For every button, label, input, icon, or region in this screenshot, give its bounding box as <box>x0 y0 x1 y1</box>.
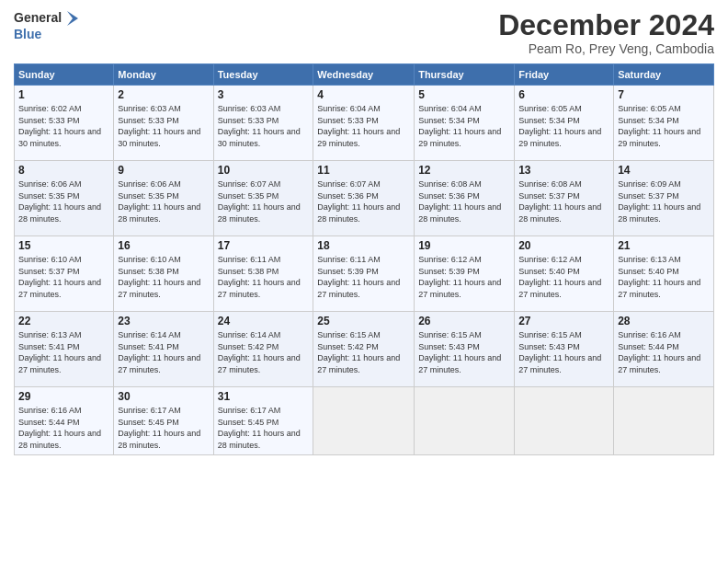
table-row: 2 Sunrise: 6:03 AMSunset: 5:33 PMDayligh… <box>114 86 213 161</box>
logo-arrow-icon <box>63 9 82 28</box>
day-info: Sunrise: 6:03 AMSunset: 5:33 PMDaylight:… <box>118 104 200 148</box>
day-number: 2 <box>118 88 209 101</box>
day-info: Sunrise: 6:15 AMSunset: 5:43 PMDaylight:… <box>518 330 601 374</box>
table-row: 7 Sunrise: 6:05 AMSunset: 5:34 PMDayligh… <box>614 86 714 161</box>
table-row: 10 Sunrise: 6:07 AMSunset: 5:35 PMDaylig… <box>213 161 313 236</box>
day-info: Sunrise: 6:10 AMSunset: 5:38 PMDaylight:… <box>118 255 200 299</box>
table-row: 30 Sunrise: 6:17 AMSunset: 5:45 PMDaylig… <box>114 387 213 454</box>
table-row: 1 Sunrise: 6:02 AMSunset: 5:33 PMDayligh… <box>15 86 114 161</box>
day-number: 26 <box>418 315 510 327</box>
table-row: 14 Sunrise: 6:09 AMSunset: 5:37 PMDaylig… <box>614 161 714 236</box>
day-info: Sunrise: 6:02 AMSunset: 5:33 PMDaylight:… <box>18 104 101 148</box>
day-info: Sunrise: 6:12 AMSunset: 5:40 PMDaylight:… <box>518 255 601 299</box>
day-info: Sunrise: 6:11 AMSunset: 5:38 PMDaylight:… <box>218 255 301 299</box>
day-info: Sunrise: 6:13 AMSunset: 5:40 PMDaylight:… <box>618 255 700 299</box>
day-number: 24 <box>218 315 310 327</box>
day-info: Sunrise: 6:14 AMSunset: 5:41 PMDaylight:… <box>118 330 200 374</box>
table-row: 3 Sunrise: 6:03 AMSunset: 5:33 PMDayligh… <box>213 86 313 161</box>
table-row: 19 Sunrise: 6:12 AMSunset: 5:39 PMDaylig… <box>415 236 515 312</box>
table-row: 13 Sunrise: 6:08 AMSunset: 5:37 PMDaylig… <box>515 161 614 236</box>
day-info: Sunrise: 6:10 AMSunset: 5:37 PMDaylight:… <box>18 255 101 299</box>
day-info: Sunrise: 6:06 AMSunset: 5:35 PMDaylight:… <box>118 179 200 224</box>
day-info: Sunrise: 6:11 AMSunset: 5:39 PMDaylight:… <box>317 255 400 299</box>
day-number: 19 <box>418 239 510 252</box>
subtitle: Peam Ro, Prey Veng, Cambodia <box>498 41 714 56</box>
empty-cell <box>415 387 515 454</box>
table-row: 23 Sunrise: 6:14 AMSunset: 5:41 PMDaylig… <box>114 312 213 387</box>
day-number: 17 <box>218 239 310 252</box>
day-number: 10 <box>218 164 310 177</box>
day-info: Sunrise: 6:13 AMSunset: 5:41 PMDaylight:… <box>18 330 101 374</box>
table-row: 27 Sunrise: 6:15 AMSunset: 5:43 PMDaylig… <box>515 312 614 387</box>
empty-cell <box>313 387 415 454</box>
table-row: 26 Sunrise: 6:15 AMSunset: 5:43 PMDaylig… <box>415 312 515 387</box>
day-info: Sunrise: 6:06 AMSunset: 5:35 PMDaylight:… <box>18 179 101 224</box>
day-info: Sunrise: 6:03 AMSunset: 5:33 PMDaylight:… <box>218 104 301 148</box>
day-number: 6 <box>518 88 609 101</box>
day-number: 22 <box>18 315 109 327</box>
table-row: 17 Sunrise: 6:11 AMSunset: 5:38 PMDaylig… <box>213 236 313 312</box>
day-number: 4 <box>317 88 410 101</box>
day-number: 11 <box>317 164 410 177</box>
empty-cell <box>515 387 614 454</box>
day-info: Sunrise: 6:12 AMSunset: 5:39 PMDaylight:… <box>418 255 501 299</box>
header: General Blue December 2024 Peam Ro, Prey… <box>14 9 714 56</box>
calendar-table: Sunday Monday Tuesday Wednesday Thursday… <box>14 63 714 454</box>
table-row: 5 Sunrise: 6:04 AMSunset: 5:34 PMDayligh… <box>415 86 515 161</box>
day-info: Sunrise: 6:04 AMSunset: 5:33 PMDaylight:… <box>317 104 400 148</box>
table-row: 16 Sunrise: 6:10 AMSunset: 5:38 PMDaylig… <box>114 236 213 312</box>
day-info: Sunrise: 6:07 AMSunset: 5:35 PMDaylight:… <box>218 179 301 224</box>
logo: General Blue <box>14 9 82 41</box>
col-saturday: Saturday <box>614 64 714 86</box>
empty-cell <box>614 387 714 454</box>
day-number: 1 <box>18 88 109 101</box>
page: General Blue December 2024 Peam Ro, Prey… <box>0 0 728 563</box>
day-number: 8 <box>18 164 109 177</box>
day-number: 31 <box>218 390 310 403</box>
day-number: 15 <box>18 239 109 252</box>
day-info: Sunrise: 6:14 AMSunset: 5:42 PMDaylight:… <box>218 330 301 374</box>
table-row: 11 Sunrise: 6:07 AMSunset: 5:36 PMDaylig… <box>313 161 415 236</box>
day-info: Sunrise: 6:09 AMSunset: 5:37 PMDaylight:… <box>618 179 700 224</box>
day-number: 25 <box>317 315 410 327</box>
day-info: Sunrise: 6:15 AMSunset: 5:42 PMDaylight:… <box>317 330 400 374</box>
table-row: 18 Sunrise: 6:11 AMSunset: 5:39 PMDaylig… <box>313 236 415 312</box>
title-block: December 2024 Peam Ro, Prey Veng, Cambod… <box>498 9 714 56</box>
day-info: Sunrise: 6:15 AMSunset: 5:43 PMDaylight:… <box>418 330 501 374</box>
table-row: 21 Sunrise: 6:13 AMSunset: 5:40 PMDaylig… <box>614 236 714 312</box>
day-info: Sunrise: 6:05 AMSunset: 5:34 PMDaylight:… <box>518 104 601 148</box>
col-wednesday: Wednesday <box>313 64 415 86</box>
logo-text-blue: Blue <box>14 28 41 41</box>
day-info: Sunrise: 6:16 AMSunset: 5:44 PMDaylight:… <box>18 406 101 450</box>
main-title: December 2024 <box>498 9 714 41</box>
col-sunday: Sunday <box>15 64 114 86</box>
day-info: Sunrise: 6:08 AMSunset: 5:37 PMDaylight:… <box>518 179 601 224</box>
day-number: 27 <box>518 315 609 327</box>
day-number: 16 <box>118 239 209 252</box>
logo-text-general: General <box>14 11 62 25</box>
col-thursday: Thursday <box>415 64 515 86</box>
table-row: 15 Sunrise: 6:10 AMSunset: 5:37 PMDaylig… <box>15 236 114 312</box>
day-info: Sunrise: 6:07 AMSunset: 5:36 PMDaylight:… <box>317 179 400 224</box>
table-row: 31 Sunrise: 6:17 AMSunset: 5:45 PMDaylig… <box>213 387 313 454</box>
day-number: 21 <box>618 239 710 252</box>
day-number: 3 <box>218 88 310 101</box>
col-tuesday: Tuesday <box>213 64 313 86</box>
table-row: 20 Sunrise: 6:12 AMSunset: 5:40 PMDaylig… <box>515 236 614 312</box>
logo: General Blue <box>14 9 82 41</box>
table-row: 6 Sunrise: 6:05 AMSunset: 5:34 PMDayligh… <box>515 86 614 161</box>
table-row: 28 Sunrise: 6:16 AMSunset: 5:44 PMDaylig… <box>614 312 714 387</box>
day-number: 18 <box>317 239 410 252</box>
day-number: 9 <box>118 164 209 177</box>
day-info: Sunrise: 6:05 AMSunset: 5:34 PMDaylight:… <box>618 104 700 148</box>
table-row: 25 Sunrise: 6:15 AMSunset: 5:42 PMDaylig… <box>313 312 415 387</box>
table-row: 8 Sunrise: 6:06 AMSunset: 5:35 PMDayligh… <box>15 161 114 236</box>
table-row: 24 Sunrise: 6:14 AMSunset: 5:42 PMDaylig… <box>213 312 313 387</box>
day-number: 14 <box>618 164 710 177</box>
day-number: 7 <box>618 88 710 101</box>
svg-marker-0 <box>67 11 78 26</box>
day-number: 23 <box>118 315 209 327</box>
day-info: Sunrise: 6:17 AMSunset: 5:45 PMDaylight:… <box>218 406 301 450</box>
table-row: 12 Sunrise: 6:08 AMSunset: 5:36 PMDaylig… <box>415 161 515 236</box>
day-number: 30 <box>118 390 209 403</box>
